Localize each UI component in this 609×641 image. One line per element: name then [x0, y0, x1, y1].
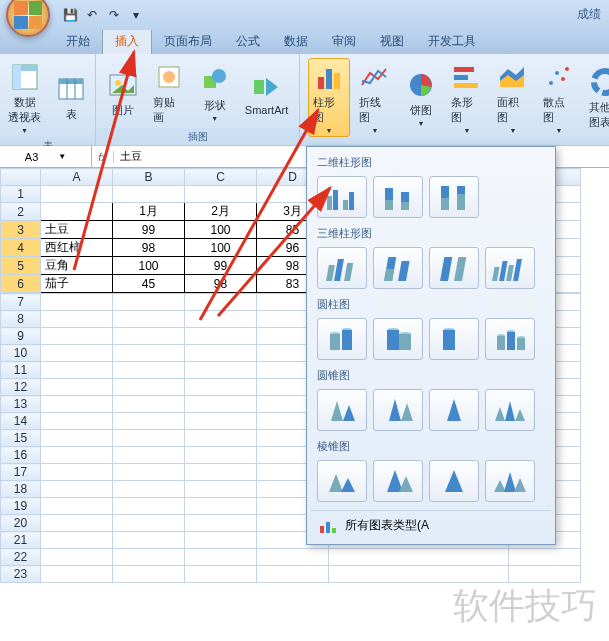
chart-opt-cyl-1[interactable] — [317, 318, 367, 360]
cell[interactable] — [41, 203, 113, 221]
cell[interactable]: 45 — [113, 275, 185, 293]
cell[interactable] — [185, 481, 257, 498]
row-header[interactable]: 4 — [1, 239, 41, 257]
cell[interactable] — [185, 566, 257, 583]
all-chart-types[interactable]: 所有图表类型(A — [311, 510, 551, 540]
shapes-button[interactable]: 形状 ▼ — [194, 61, 236, 125]
cell[interactable] — [113, 532, 185, 549]
cell[interactable] — [113, 566, 185, 583]
row-header[interactable]: 8 — [1, 311, 41, 328]
cell[interactable] — [41, 362, 113, 379]
cell[interactable] — [113, 379, 185, 396]
cell[interactable] — [185, 379, 257, 396]
chart-opt-cone-1[interactable] — [317, 389, 367, 431]
row-header[interactable]: 7 — [1, 294, 41, 311]
cell[interactable] — [185, 430, 257, 447]
cell[interactable] — [113, 464, 185, 481]
save-icon[interactable]: 💾 — [62, 7, 78, 23]
chart-opt-pyr-1[interactable] — [317, 460, 367, 502]
cell[interactable] — [113, 447, 185, 464]
chart-opt-pyr-4[interactable] — [485, 460, 535, 502]
col-header[interactable]: A — [41, 169, 113, 186]
cell[interactable] — [257, 566, 329, 583]
cell[interactable] — [113, 362, 185, 379]
row-header[interactable]: 6 — [1, 275, 41, 293]
cell[interactable] — [41, 481, 113, 498]
scatter-chart-button[interactable]: 散点图▼ — [538, 58, 580, 137]
cell[interactable] — [113, 311, 185, 328]
pivot-button[interactable]: 数据 透视表 ▼ — [3, 58, 46, 137]
row-header[interactable]: 1 — [1, 186, 41, 203]
cell[interactable]: 98 — [185, 275, 257, 293]
cell[interactable] — [41, 464, 113, 481]
cell[interactable] — [113, 413, 185, 430]
cell[interactable] — [509, 566, 581, 583]
cell[interactable] — [41, 549, 113, 566]
cell[interactable]: 99 — [185, 257, 257, 275]
cell[interactable] — [113, 515, 185, 532]
cell[interactable]: 西红柿 — [41, 239, 113, 257]
table-button[interactable]: 表 — [50, 70, 92, 125]
cell[interactable] — [41, 515, 113, 532]
select-all-corner[interactable] — [1, 169, 41, 186]
tab-pagelayout[interactable]: 页面布局 — [152, 29, 224, 54]
chart-opt-3d-100stacked[interactable] — [429, 247, 479, 289]
row-header[interactable]: 2 — [1, 203, 41, 221]
redo-icon[interactable]: ↷ — [106, 7, 122, 23]
cell[interactable] — [185, 362, 257, 379]
row-header[interactable]: 12 — [1, 379, 41, 396]
tab-insert[interactable]: 插入 — [102, 28, 152, 54]
line-chart-button[interactable]: 折线图▼ — [354, 58, 396, 137]
cell[interactable] — [41, 294, 113, 311]
qat-more-icon[interactable]: ▾ — [128, 7, 144, 23]
tab-formulas[interactable]: 公式 — [224, 29, 272, 54]
row-header[interactable]: 18 — [1, 481, 41, 498]
row-header[interactable]: 3 — [1, 221, 41, 239]
cell[interactable] — [185, 549, 257, 566]
chart-opt-cyl-2[interactable] — [373, 318, 423, 360]
cell[interactable]: 100 — [185, 221, 257, 239]
row-header[interactable]: 16 — [1, 447, 41, 464]
cell[interactable] — [329, 549, 509, 566]
smartart-button[interactable]: SmartArt — [240, 67, 293, 119]
cell[interactable] — [329, 566, 509, 583]
cell[interactable] — [41, 345, 113, 362]
chart-opt-cyl-3[interactable] — [429, 318, 479, 360]
row-header[interactable]: 21 — [1, 532, 41, 549]
tab-home[interactable]: 开始 — [54, 29, 102, 54]
cell[interactable] — [41, 447, 113, 464]
cell[interactable] — [41, 566, 113, 583]
cell[interactable] — [113, 396, 185, 413]
cell[interactable] — [185, 532, 257, 549]
chart-opt-pyr-3[interactable] — [429, 460, 479, 502]
cell[interactable] — [41, 328, 113, 345]
cell[interactable] — [41, 532, 113, 549]
cell[interactable]: 98 — [113, 239, 185, 257]
cell[interactable] — [185, 396, 257, 413]
fx-button[interactable]: fx — [92, 151, 114, 163]
chart-opt-2d-100stacked[interactable] — [429, 176, 479, 218]
col-header[interactable]: B — [113, 169, 185, 186]
cell[interactable] — [185, 515, 257, 532]
cell[interactable]: 100 — [185, 239, 257, 257]
cell[interactable] — [41, 413, 113, 430]
cell[interactable] — [41, 396, 113, 413]
cell[interactable] — [113, 430, 185, 447]
cell[interactable] — [41, 430, 113, 447]
chart-opt-cone-3[interactable] — [429, 389, 479, 431]
row-header[interactable]: 19 — [1, 498, 41, 515]
chart-opt-2d-clustered[interactable] — [317, 176, 367, 218]
cell[interactable] — [113, 294, 185, 311]
other-chart-button[interactable]: 其他图表 — [584, 63, 609, 133]
row-header[interactable]: 13 — [1, 396, 41, 413]
cell[interactable] — [113, 549, 185, 566]
cell[interactable] — [185, 311, 257, 328]
col-header[interactable]: C — [185, 169, 257, 186]
cell[interactable] — [113, 345, 185, 362]
row-header[interactable]: 11 — [1, 362, 41, 379]
cell[interactable] — [185, 345, 257, 362]
cell[interactable] — [185, 294, 257, 311]
cell[interactable]: 100 — [113, 257, 185, 275]
row-header[interactable]: 5 — [1, 257, 41, 275]
cell[interactable] — [509, 549, 581, 566]
